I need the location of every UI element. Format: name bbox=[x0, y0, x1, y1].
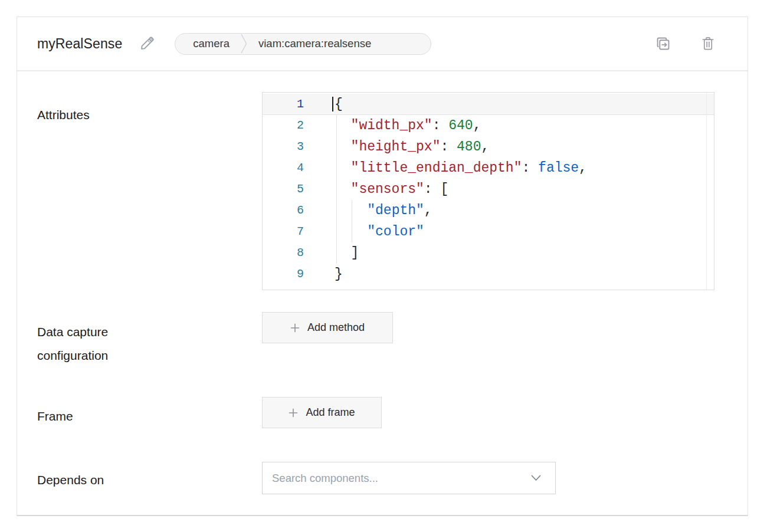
pencil-icon bbox=[139, 36, 155, 51]
line-number: 5 bbox=[263, 179, 304, 200]
delete-button[interactable] bbox=[699, 34, 717, 53]
duplicate-button[interactable] bbox=[654, 34, 672, 53]
add-method-label: Add method bbox=[307, 321, 365, 334]
component-name: myRealSense bbox=[37, 36, 122, 52]
code-line: } bbox=[335, 264, 587, 285]
code-line: "little_endian_depth": false, bbox=[335, 157, 587, 179]
code-line: { bbox=[335, 94, 587, 115]
plus-icon bbox=[290, 323, 300, 333]
line-number: 7 bbox=[263, 221, 304, 242]
editor-caret bbox=[332, 97, 333, 111]
badge-type-label: camera bbox=[193, 37, 230, 50]
chevron-down-icon bbox=[531, 475, 541, 481]
depends-on-label: Depends on bbox=[37, 468, 104, 492]
code-line: "color" bbox=[335, 221, 587, 242]
line-number: 6 bbox=[263, 200, 304, 221]
frame-label: Frame bbox=[37, 405, 73, 428]
editor-line-numbers: 123456789 bbox=[263, 94, 304, 285]
code-line: "width_px": 640, bbox=[335, 115, 587, 136]
badge-model-label: viam:camera:realsense bbox=[258, 37, 371, 50]
page: myRealSense camera viam:camera:realsense bbox=[0, 0, 767, 532]
trash-icon bbox=[700, 35, 716, 52]
attributes-json-editor[interactable]: 123456789 { "width_px": 640, "height_px"… bbox=[262, 92, 714, 290]
code-line: "depth", bbox=[335, 200, 587, 221]
code-line: "height_px": 480, bbox=[335, 136, 587, 157]
line-number: 3 bbox=[263, 136, 304, 157]
card-header: myRealSense camera viam:camera:realsense bbox=[17, 17, 748, 71]
editor-scrollbar[interactable] bbox=[706, 93, 714, 290]
add-frame-button[interactable]: Add frame bbox=[262, 397, 382, 428]
line-number: 2 bbox=[263, 115, 304, 136]
duplicate-icon bbox=[655, 35, 671, 52]
editor-code: { "width_px": 640, "height_px": 480, "li… bbox=[335, 94, 587, 285]
line-number: 8 bbox=[263, 242, 304, 264]
depends-on-select[interactable] bbox=[262, 462, 556, 494]
data-capture-label: Data capture configuration bbox=[37, 320, 179, 367]
component-type-badge: camera viam:camera:realsense bbox=[175, 33, 431, 55]
component-card: myRealSense camera viam:camera:realsense bbox=[17, 17, 748, 516]
add-frame-label: Add frame bbox=[306, 406, 355, 419]
add-method-button[interactable]: Add method bbox=[262, 312, 393, 343]
line-number: 1 bbox=[263, 94, 304, 115]
chevron-right-icon bbox=[241, 34, 247, 54]
edit-name-button[interactable] bbox=[138, 35, 156, 52]
attributes-label: Attributes bbox=[37, 103, 90, 127]
search-components-input[interactable] bbox=[263, 462, 531, 494]
plus-icon bbox=[289, 408, 298, 418]
code-line: "sensors": [ bbox=[335, 179, 587, 200]
line-number: 9 bbox=[263, 264, 304, 285]
code-line: ] bbox=[335, 242, 587, 264]
line-number: 4 bbox=[263, 157, 304, 179]
